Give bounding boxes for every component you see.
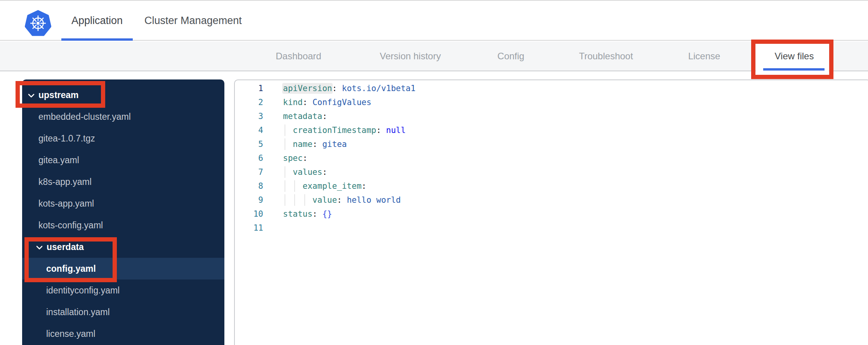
line-number: 3 — [235, 109, 263, 123]
indent-guide — [285, 194, 285, 206]
folder-label: userdata — [47, 242, 84, 252]
tree-file-gitea-1.0.7.tgz[interactable]: gitea-1.0.7.tgz — [22, 128, 224, 149]
yaml-colon: : — [332, 84, 337, 93]
tree-file-license.yaml[interactable]: license.yaml — [22, 323, 224, 345]
line-number: 9 — [235, 193, 263, 207]
line-number: 8 — [235, 179, 263, 193]
file-label: gitea-1.0.7.tgz — [38, 133, 95, 144]
code-text: apiVersion: kots.io/v1beta1 — [283, 84, 415, 93]
file-label: kots-app.yaml — [38, 198, 94, 209]
file-label: embedded-cluster.yaml — [38, 112, 131, 122]
code-line-3[interactable]: 3metadata: — [235, 109, 868, 123]
line-number: 10 — [235, 207, 263, 221]
file-label: identityconfig.yaml — [46, 285, 120, 296]
line-number: 4 — [235, 123, 263, 137]
code-line-7[interactable]: 7 values: — [235, 165, 868, 179]
code-text: spec: — [283, 154, 307, 163]
yaml-key: example_item — [303, 181, 362, 191]
file-label: installation.yaml — [46, 307, 110, 317]
tree-file-installation.yaml[interactable]: installation.yaml — [22, 301, 224, 323]
subnav-tab-license[interactable]: License — [688, 41, 720, 71]
indent-guide — [285, 124, 285, 136]
code-text: example_item: — [283, 181, 366, 191]
file-label: k8s-app.yaml — [38, 177, 92, 187]
yaml-colon: : — [303, 154, 308, 163]
subnav-tab-view-files[interactable]: View files — [775, 41, 814, 71]
subnav-tab-version-history[interactable]: Version history — [380, 41, 441, 71]
tree-file-k8s-app.yaml[interactable]: k8s-app.yaml — [22, 171, 224, 193]
line-number: 1 — [235, 81, 263, 95]
yaml-key: creationTimestamp — [293, 126, 376, 135]
tree-file-embedded-cluster.yaml[interactable]: embedded-cluster.yaml — [22, 106, 224, 128]
code-text: value: hello world — [283, 195, 401, 205]
code-line-6[interactable]: 6spec: — [235, 151, 868, 165]
line-number: 5 — [235, 137, 263, 151]
yaml-colon: : — [303, 98, 308, 107]
app-subnav: DashboardVersion historyConfigTroublesho… — [0, 41, 868, 71]
code-line-2[interactable]: 2kind: ConfigValues — [235, 95, 868, 109]
yaml-colon: : — [376, 126, 381, 135]
header-tab-application[interactable]: Application — [61, 1, 134, 41]
file-label: kots-config.yaml — [38, 220, 103, 231]
yaml-value: null — [386, 126, 406, 135]
file-tree-sidebar: upstreamembedded-cluster.yamlgitea-1.0.7… — [22, 79, 224, 345]
yaml-key: status — [283, 209, 312, 219]
kubernetes-logo-icon — [25, 10, 51, 36]
app-header: ApplicationCluster Management — [0, 1, 868, 41]
file-label: gitea.yaml — [38, 155, 79, 166]
tree-file-gitea.yaml[interactable]: gitea.yaml — [22, 149, 224, 171]
indent-guide — [294, 180, 295, 192]
yaml-file-editor[interactable]: 1apiVersion: kots.io/v1beta12kind: Confi… — [234, 79, 868, 345]
yaml-value: ConfigValues — [312, 98, 372, 107]
code-text: kind: ConfigValues — [283, 98, 372, 107]
folder-label: upstream — [38, 90, 79, 100]
file-label: config.yaml — [46, 264, 96, 274]
tree-folder-upstream[interactable]: upstream — [22, 84, 224, 106]
code-text: name: gitea — [283, 140, 347, 149]
code-line-1[interactable]: 1apiVersion: kots.io/v1beta1 — [235, 81, 868, 95]
yaml-key: apiVersion — [283, 84, 332, 93]
code-text: metadata: — [283, 112, 327, 121]
code-line-10[interactable]: 10status: {} — [235, 207, 868, 221]
tree-folder-userdata[interactable]: userdata — [22, 236, 224, 258]
code-line-4[interactable]: 4 creationTimestamp: null — [235, 123, 868, 137]
code-line-5[interactable]: 5 name: gitea — [235, 137, 868, 151]
code-line-8[interactable]: 8 example_item: — [235, 179, 868, 193]
line-number: 2 — [235, 95, 263, 109]
line-number: 11 — [235, 221, 263, 235]
code-text: creationTimestamp: null — [283, 126, 406, 135]
chevron-down-icon — [36, 242, 43, 252]
yaml-value: hello world — [347, 195, 401, 205]
code-line-11[interactable]: 11 — [235, 221, 868, 235]
tree-file-kots-config.yaml[interactable]: kots-config.yaml — [22, 214, 224, 236]
yaml-colon: : — [322, 167, 327, 177]
yaml-key: metadata — [283, 112, 322, 121]
yaml-value: gitea — [322, 140, 347, 149]
subnav-tab-config[interactable]: Config — [497, 41, 524, 71]
code-text: values: — [283, 167, 327, 177]
indent-guide — [285, 180, 285, 192]
yaml-colon: : — [361, 181, 366, 191]
subnav-tab-troubleshoot[interactable]: Troubleshoot — [579, 41, 633, 71]
yaml-key: values — [293, 167, 322, 177]
file-label: license.yaml — [46, 329, 95, 339]
header-tab-cluster-management[interactable]: Cluster Management — [134, 1, 253, 41]
indent-guide — [285, 166, 285, 178]
yaml-key: kind — [283, 98, 303, 107]
yaml-value: {} — [322, 209, 332, 219]
tree-file-config.yaml[interactable]: config.yaml — [22, 258, 224, 279]
indent-guide — [285, 138, 285, 150]
indent-guide — [304, 194, 305, 206]
yaml-colon: : — [322, 112, 327, 121]
code-text: status: {} — [283, 209, 332, 219]
code-line-9[interactable]: 9 value: hello world — [235, 193, 868, 207]
yaml-colon: : — [337, 195, 342, 205]
subnav-tab-dashboard[interactable]: Dashboard — [276, 41, 321, 71]
tree-file-kots-app.yaml[interactable]: kots-app.yaml — [22, 193, 224, 214]
yaml-key: name — [293, 140, 312, 149]
line-number: 7 — [235, 165, 263, 179]
header-tab-bar: ApplicationCluster Management — [61, 1, 253, 41]
tree-file-identityconfig.yaml[interactable]: identityconfig.yaml — [22, 279, 224, 301]
line-number: 6 — [235, 151, 263, 165]
yaml-key: spec — [283, 154, 303, 163]
